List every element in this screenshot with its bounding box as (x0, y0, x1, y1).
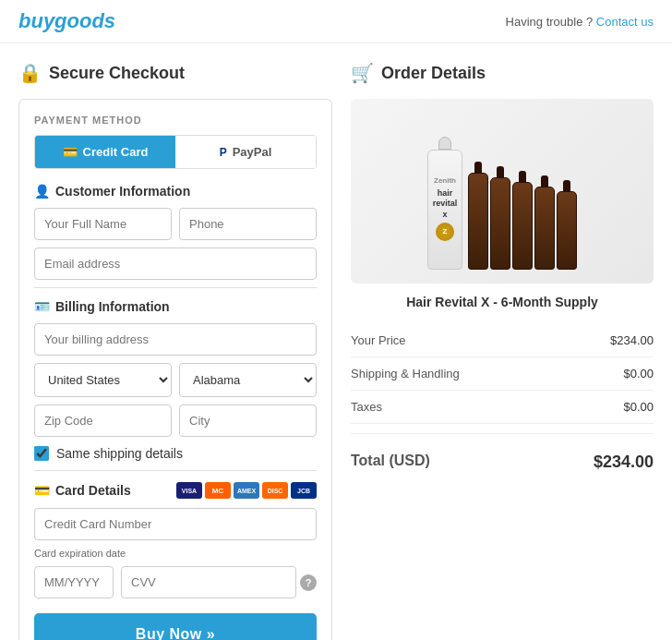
billing-address-input[interactable] (34, 323, 317, 356)
payment-tabs: 💳 Credit Card P PayPal (34, 135, 317, 169)
contact-link[interactable]: Contact us (596, 15, 654, 29)
card-icons-group: VISA MC AMEX DISC JCB (176, 482, 317, 499)
taxes-amount: $0.00 (623, 400, 654, 414)
total-divider (351, 433, 654, 434)
checkout-title-text: Secure Checkout (49, 64, 185, 83)
tab-credit-card[interactable]: 💳 Credit Card (35, 136, 175, 168)
jcb-icon: JCB (291, 482, 317, 499)
expiry-field (34, 566, 114, 598)
discover-icon: DISC (262, 482, 288, 499)
same-shipping-checkbox[interactable] (34, 446, 49, 461)
city-field (179, 405, 317, 437)
amex-icon: AMEX (234, 482, 259, 499)
customer-info-title: 👤 Customer Information (34, 184, 317, 199)
buy-now-button[interactable]: Buy Now » (34, 613, 317, 640)
bottles-illustration: Zenith hair revital x Z (427, 113, 577, 270)
order-details-label: Order Details (381, 64, 486, 83)
card-icon: 💳 (34, 483, 50, 498)
trouble-contact: Having trouble ? Contact us (506, 15, 654, 29)
logo: buygoods (18, 9, 115, 33)
top-bar: buygoods Having trouble ? Contact us (0, 0, 672, 43)
total-amount: $234.00 (594, 453, 654, 472)
city-input[interactable] (179, 405, 317, 437)
left-panel: 🔒 Secure Checkout PAYMENT METHOD 💳 Credi… (18, 62, 332, 640)
checkout-title: 🔒 Secure Checkout (18, 62, 332, 84)
mastercard-icon: MC (205, 482, 231, 499)
phone-input[interactable] (179, 208, 317, 240)
state-field: Alabama (179, 363, 317, 397)
country-field: United States (34, 363, 172, 397)
trouble-text: Having trouble ? (506, 15, 594, 29)
person-icon: 👤 (34, 184, 50, 199)
zip-city-row (34, 405, 317, 437)
country-state-row: United States Alabama (34, 363, 317, 397)
customer-info-label: Customer Information (55, 184, 190, 199)
your-price-label: Your Price (351, 333, 406, 347)
card-details-title: 💳 Card Details (34, 483, 131, 498)
billing-info-label: Billing Information (55, 299, 170, 314)
cvv-input[interactable] (121, 566, 296, 598)
card-number-input[interactable] (34, 508, 317, 540)
paypal-icon: P (220, 146, 227, 159)
your-price-amount: $234.00 (610, 333, 654, 347)
card-details-label: Card Details (55, 483, 131, 498)
phone-field (179, 208, 317, 240)
billing-address-field (34, 323, 317, 356)
same-shipping-row: Same shipping details (34, 446, 317, 461)
price-table: Your Price $234.00 Shipping & Handling $… (351, 324, 654, 481)
country-select[interactable]: United States (34, 363, 172, 397)
zip-input[interactable] (34, 405, 172, 437)
shipping-amount: $0.00 (623, 367, 654, 380)
cvv-help-icon[interactable]: ? (300, 574, 317, 591)
tab-paypal[interactable]: P PayPal (175, 136, 316, 168)
main-layout: 🔒 Secure Checkout PAYMENT METHOD 💳 Credi… (0, 43, 672, 640)
expiry-label: Card expiration date (34, 548, 317, 559)
tab-paypal-label: PayPal (233, 145, 272, 159)
price-row-shipping: Shipping & Handling $0.00 (351, 357, 654, 391)
card-details-header: 💳 Card Details VISA MC AMEX DISC JCB (34, 482, 317, 499)
price-row-taxes: Taxes $0.00 (351, 391, 654, 424)
expiry-cvv-row: ? (34, 566, 317, 598)
order-details-title: 🛒 Order Details (351, 62, 654, 84)
email-input[interactable] (34, 248, 317, 280)
billing-info-title: 🪪 Billing Information (34, 299, 317, 314)
checkout-box: PAYMENT METHOD 💳 Credit Card P PayPal 👤 … (18, 99, 332, 640)
card-number-field (34, 508, 317, 540)
zip-field (34, 405, 172, 437)
secure-icon: 🔒 (18, 62, 42, 84)
email-row (34, 248, 317, 280)
cvv-wrapper: ? (121, 566, 317, 598)
credit-card-icon: 💳 (63, 145, 78, 159)
payment-method-label: PAYMENT METHOD (34, 115, 317, 126)
name-phone-row (34, 208, 317, 240)
shipping-label: Shipping & Handling (351, 367, 460, 380)
address-row (34, 323, 317, 356)
billing-icon: 🪪 (34, 299, 50, 314)
product-name: Hair Revital X - 6-Month Supply (351, 295, 654, 309)
visa-icon: VISA (176, 482, 202, 499)
full-name-field (34, 208, 172, 240)
cart-icon: 🛒 (351, 62, 374, 84)
total-label: Total (USD) (351, 453, 430, 472)
expiry-input[interactable] (34, 566, 114, 598)
price-row-total: Total (USD) $234.00 (351, 443, 654, 481)
email-field (34, 248, 317, 280)
full-name-input[interactable] (34, 208, 172, 240)
state-select[interactable]: Alabama (179, 363, 317, 397)
product-image: Zenith hair revital x Z (351, 99, 654, 284)
price-row-your-price: Your Price $234.00 (351, 324, 654, 357)
card-number-row (34, 508, 317, 540)
right-panel: 🛒 Order Details Zenith hair revital x Z (351, 62, 654, 640)
tab-credit-card-label: Credit Card (83, 145, 149, 159)
same-shipping-label: Same shipping details (56, 446, 183, 461)
taxes-label: Taxes (351, 400, 382, 414)
